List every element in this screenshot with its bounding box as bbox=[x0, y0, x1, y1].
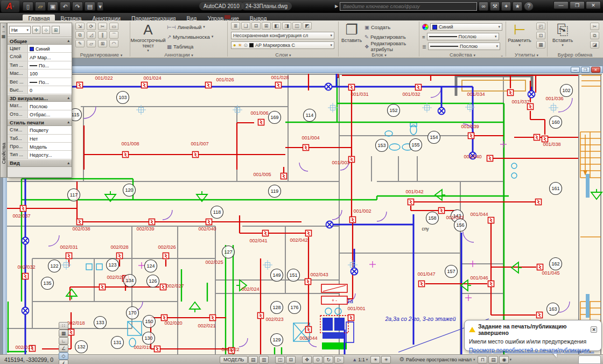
lock-icon[interactable]: ⊓ bbox=[478, 356, 487, 363]
drawing-window-titlebar[interactable]: — ❐ ✕ bbox=[3, 66, 603, 73]
favorites-star-icon[interactable]: ★ bbox=[513, 2, 522, 11]
drawing-close-button[interactable]: ✕ bbox=[591, 67, 600, 73]
palette-section-header[interactable]: Стиль печати▴ bbox=[8, 118, 72, 126]
palette-row[interactable]: Таб...Нет bbox=[8, 135, 72, 143]
collapse-arrow-icon[interactable]: ▶ bbox=[335, 4, 338, 9]
tab-Главная[interactable]: Главная bbox=[23, 15, 55, 22]
status-menu-arrow-icon[interactable]: ▾ bbox=[509, 358, 511, 362]
undo-icon[interactable]: ↶ bbox=[60, 2, 71, 11]
match-properties-icon[interactable]: ◪ bbox=[590, 41, 599, 48]
insert-block-button[interactable]: ❐ Вставить bbox=[340, 22, 363, 43]
palette-row[interactable]: Выс...0 bbox=[8, 86, 72, 94]
dimension-linear-button[interactable]: ⊢⊣Линейный▾ bbox=[167, 23, 213, 31]
tab-Параметризация[interactable]: Параметризация bbox=[126, 15, 181, 22]
palette-row[interactable]: ЦветСиний bbox=[8, 45, 72, 53]
measure-button[interactable]: ⊢ Разметить▾ bbox=[507, 22, 532, 47]
block-edit-button[interactable]: ✎Редактировать bbox=[364, 33, 418, 40]
tab-Управление[interactable]: Управление bbox=[202, 15, 244, 22]
select-all-icon[interactable]: ⊡ bbox=[536, 32, 545, 39]
palette-properties-icon[interactable]: ▦ bbox=[2, 34, 6, 39]
layer-properties-icon[interactable]: ≣ bbox=[231, 22, 240, 30]
block-edit-attr-button[interactable]: ❖Редактировать атрибуты bbox=[364, 43, 418, 50]
layer-match-icon[interactable]: ◩ bbox=[303, 22, 312, 30]
palette-section-header[interactable]: 3D визуализа...▴ bbox=[8, 94, 72, 102]
edit-tool-icon[interactable]: ▭ bbox=[109, 23, 118, 30]
plot-status-icon[interactable]: ▤ bbox=[488, 356, 498, 363]
help-icon[interactable]: ? bbox=[524, 2, 534, 11]
orbit-icon[interactable]: ↻ bbox=[324, 356, 333, 363]
open-file-icon[interactable]: ▱ bbox=[35, 2, 46, 11]
redo-icon[interactable]: ↷ bbox=[72, 2, 83, 11]
tab-Вывод[interactable]: Вывод bbox=[244, 15, 272, 22]
workspace-switcher[interactable]: ⚙ Рабочее пространство начал▾ bbox=[397, 356, 477, 363]
palette-close-icon[interactable]: × bbox=[2, 24, 5, 29]
qat-dropdown-icon[interactable]: ▾ bbox=[97, 2, 103, 11]
model-space-button[interactable]: МОДЕЛЬ bbox=[220, 356, 248, 363]
edit-tool-icon[interactable]: ⇲ bbox=[75, 23, 85, 30]
lineweight-combo[interactable]: Послою▾ bbox=[428, 43, 500, 50]
object-type-select[interactable]: Ни▾ bbox=[9, 26, 31, 34]
notification-details-link[interactable]: Просмотр подробностей о печати/публикаци… bbox=[469, 347, 594, 353]
quick-select-icon[interactable]: ⊞ bbox=[52, 26, 60, 34]
edit-tool-icon[interactable]: ∥ bbox=[98, 31, 107, 39]
panel-clipboard-footer[interactable]: Буфер обмена bbox=[549, 52, 601, 58]
plot-icon[interactable]: ▤ bbox=[85, 2, 95, 11]
toggle-snap-icon[interactable]: ∷ bbox=[59, 322, 68, 330]
palette-section-header[interactable]: Вид▴ bbox=[8, 159, 72, 167]
edit-tool-icon[interactable]: ✂ bbox=[98, 23, 107, 30]
edit-tool-icon[interactable]: ◠ bbox=[109, 40, 118, 47]
mtext-button[interactable]: А Многострочный текст▾ bbox=[132, 22, 164, 53]
save-icon[interactable]: ▣ bbox=[47, 2, 58, 11]
palette-row[interactable]: Мас...100 bbox=[8, 69, 72, 78]
tab-Вставка[interactable]: Вставка bbox=[55, 15, 87, 22]
quickview-drawings-icon[interactable]: ◫ bbox=[275, 356, 285, 363]
layer-state-combo[interactable]: Несохраненная конфигурация сл▾ bbox=[231, 32, 334, 39]
toggle-osnap-icon[interactable]: ◇ bbox=[59, 352, 68, 360]
edit-tool-icon[interactable]: ⧉ bbox=[75, 31, 85, 39]
edit-tool-icon[interactable]: ⌒ bbox=[109, 31, 118, 39]
layer-on-icon[interactable]: ● bbox=[233, 43, 236, 48]
palette-row[interactable]: СлойАР Мар... bbox=[8, 53, 72, 61]
multileader-button[interactable]: ↗Мультивыноска▾ bbox=[167, 33, 213, 40]
toggle-polar-icon[interactable]: ∠ bbox=[59, 345, 68, 352]
drawing-restore-button[interactable]: ❐ bbox=[581, 67, 590, 73]
panel-edit-footer[interactable]: Редактирование ▾ bbox=[73, 52, 129, 58]
palette-row[interactable]: Сти...Поцвету bbox=[8, 126, 72, 134]
autoscale-icon[interactable]: ✳ bbox=[381, 356, 391, 363]
subscription-wrench-icon[interactable]: ⚒ bbox=[490, 2, 500, 11]
palette-row[interactable]: Тип ...Недосту... bbox=[8, 151, 72, 159]
palette-row[interactable]: Тип ...По... bbox=[8, 61, 72, 69]
clean-screen-button[interactable] bbox=[578, 355, 601, 364]
edit-tool-icon[interactable]: ⟳ bbox=[87, 23, 96, 30]
table-button[interactable]: ▦Таблица bbox=[167, 43, 213, 50]
paste-button[interactable]: ⎘ Вставить▾ bbox=[550, 22, 576, 47]
communication-center-icon[interactable]: ✦ bbox=[501, 2, 511, 11]
toggle-ortho-icon[interactable]: ∟ bbox=[59, 337, 68, 345]
model-tab-icon[interactable]: ▤ bbox=[248, 356, 258, 363]
block-create-button[interactable]: ▣Создать bbox=[364, 23, 418, 31]
minimize-button[interactable]: — bbox=[553, 1, 569, 9]
layer-off-icon[interactable]: ◨ bbox=[282, 22, 291, 30]
search-input[interactable] bbox=[340, 2, 477, 11]
ribbon-options-button[interactable] bbox=[224, 15, 231, 19]
palette-autohide-icon[interactable]: ⇔ bbox=[2, 29, 6, 34]
panel-properties-footer[interactable]: Свойства ▾ ⌄ bbox=[420, 52, 504, 58]
panel-utilities-footer[interactable]: Утилиты ▾ bbox=[507, 52, 546, 58]
layout-tab-icon[interactable]: ▥ bbox=[259, 356, 269, 363]
edit-tool-icon[interactable]: ◿ bbox=[87, 31, 96, 39]
palette-row[interactable]: Про...Модель bbox=[8, 143, 72, 151]
palette-row[interactable]: Ото...Отбрас... bbox=[8, 110, 72, 118]
panel-layers-footer[interactable]: Слои ▾ bbox=[229, 52, 337, 58]
panel-annotation-footer[interactable]: Аннотации ▾ bbox=[131, 52, 226, 58]
new-file-icon[interactable]: ▯ bbox=[23, 2, 33, 11]
drawing-minimize-button[interactable]: — bbox=[571, 67, 580, 73]
edit-tool-icon[interactable]: ✎ bbox=[75, 40, 85, 47]
layer-state-icon[interactable]: ❏ bbox=[241, 22, 250, 30]
edit-tool-icon[interactable]: ⊞ bbox=[98, 40, 107, 47]
toggle-otrack-icon[interactable]: ∡ bbox=[59, 360, 68, 364]
layer-unisolate-icon[interactable]: ⊞ bbox=[262, 22, 271, 30]
layer-combo[interactable]: ● ☀ ⊙ АР Маркировка С▾ bbox=[231, 41, 334, 49]
close-button[interactable]: ✕ bbox=[586, 1, 601, 9]
palette-row[interactable]: Мат...Послою bbox=[8, 102, 72, 110]
dialog-launcher-icon[interactable]: ⌄ bbox=[500, 53, 503, 58]
